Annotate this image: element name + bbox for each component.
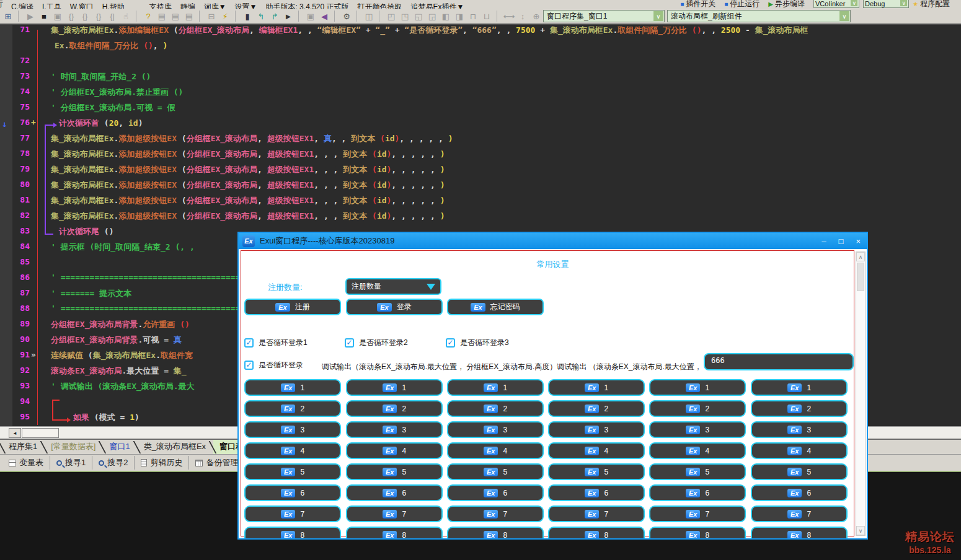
menu-select[interactable]: Debug∨: [863, 0, 909, 8]
run-to-cursor-icon[interactable]: {|: [105, 10, 119, 22]
grid-button-4[interactable]: Ex4: [346, 442, 443, 459]
align-right-icon[interactable]: ◳: [398, 10, 412, 22]
code-line[interactable]: 71集_滚动布局框Ex.添加编辑框EX (分组框EX_滚动布局, 编辑框EX1,…: [0, 25, 961, 40]
grid-button-5[interactable]: Ex5: [244, 463, 341, 480]
maximize-icon[interactable]: □: [839, 237, 844, 246]
grid-button-1[interactable]: Ex1: [751, 379, 848, 396]
grid-button-4[interactable]: Ex4: [751, 442, 848, 459]
grid-button-5[interactable]: Ex5: [548, 463, 645, 480]
menu-item[interactable]: H.帮助: [102, 2, 125, 9]
register-count-combo[interactable]: 注册数量: [345, 278, 441, 295]
grid-button-6[interactable]: Ex6: [751, 484, 848, 501]
h-scroll-thumb[interactable]: [22, 428, 59, 438]
grid-button-3[interactable]: Ex3: [447, 421, 544, 438]
grid-button-3[interactable]: Ex3: [346, 421, 443, 438]
grid-button-3[interactable]: Ex3: [649, 421, 746, 438]
code-line[interactable]: 80集_滚动布局框Ex.添加超级按钮EX (分组框EX_滚动布局, 超级按钮EX…: [0, 180, 961, 195]
grid-button-7[interactable]: Ex7: [346, 505, 443, 522]
dialog-titlebar[interactable]: Ex Exui窗口程序----核心库版本20230819 – □ ×: [239, 233, 867, 249]
code-line[interactable]: 73' 时间_取间隔_开始_2 (): [0, 71, 961, 87]
grid-button-2[interactable]: Ex2: [751, 400, 848, 417]
tab-item[interactable]: [常量数据表]: [45, 439, 102, 455]
find-icon[interactable]: ?: [141, 10, 155, 22]
grid-button-7[interactable]: Ex7: [649, 505, 746, 522]
bookmark-icon[interactable]: ▮: [241, 10, 254, 22]
align-bottom-icon[interactable]: ◲: [425, 10, 439, 22]
menu-item[interactable]: I.工具: [42, 2, 61, 9]
tool-搜寻1[interactable]: 搜寻1: [50, 456, 92, 470]
code-line[interactable]: 77集_滚动布局框Ex.添加超级按钮EX (分组框EX_滚动布局, 超级按钮EX…: [0, 133, 961, 149]
event-combo[interactable]: 滚动布局框_刷新组件∨: [667, 10, 851, 22]
loop-login-checkbox[interactable]: ✓: [244, 361, 254, 370]
grid-button-7[interactable]: Ex7: [244, 505, 341, 522]
dialog-button-登录[interactable]: Ex登录: [346, 299, 443, 315]
dialog-scrollbar[interactable]: ∧ ∨: [856, 252, 866, 536]
grid-button-2[interactable]: Ex2: [346, 400, 443, 417]
menu-action-plugin-switch[interactable]: ■插件开关: [680, 0, 715, 9]
checkbox-checked[interactable]: ✓: [244, 338, 254, 348]
grid-button-7[interactable]: Ex7: [548, 505, 645, 522]
window-layout-icon[interactable]: ◫: [362, 10, 376, 22]
grid-button-8[interactable]: Ex8: [548, 527, 645, 540]
grid-button-1[interactable]: Ex1: [447, 379, 544, 396]
grid-button-1[interactable]: Ex1: [244, 379, 341, 396]
same-size-icon[interactable]: ⊕: [529, 10, 543, 22]
grid-button-1[interactable]: Ex1: [649, 379, 746, 396]
grid-button-4[interactable]: Ex4: [649, 442, 746, 459]
step-out-icon[interactable]: {}: [92, 10, 105, 22]
center-v-icon[interactable]: ◨: [453, 10, 466, 22]
code-line[interactable]: 78集_滚动布局框Ex.添加超级按钮EX (分组框EX_滚动布局, 超级按钮EX…: [0, 149, 961, 164]
grid-button-6[interactable]: Ex6: [447, 484, 544, 501]
menu-select[interactable]: VCoIinker∨: [813, 0, 859, 8]
minimize-icon[interactable]: –: [822, 237, 826, 246]
grid-button-3[interactable]: Ex3: [751, 421, 848, 438]
settings-gear-icon[interactable]: ⚙: [340, 10, 353, 22]
grid-button-6[interactable]: Ex6: [548, 484, 645, 501]
grid-button-2[interactable]: Ex2: [447, 400, 544, 417]
stop-icon[interactable]: ■: [37, 10, 51, 22]
pause-icon[interactable]: ▣: [51, 10, 64, 22]
grid-button-8[interactable]: Ex8: [751, 527, 848, 540]
tool-备份管理[interactable]: 备份管理: [189, 456, 245, 470]
value-edit-field[interactable]: 666: [704, 353, 854, 370]
h-scroll-left-icon[interactable]: ◂: [9, 428, 21, 438]
page-gear-icon[interactable]: ▤: [182, 10, 196, 22]
menu-item[interactable]: 静编: [180, 2, 195, 9]
menu-item-clipped[interactable]: 行: [0, 0, 5, 9]
menu-item[interactable]: 追梦易Ex插件▼: [411, 2, 464, 9]
goto-icon[interactable]: ►: [281, 10, 295, 22]
close-icon[interactable]: ×: [856, 237, 861, 246]
page-build-icon[interactable]: ▤: [169, 10, 182, 22]
tool-变量表[interactable]: 变量表: [2, 456, 50, 470]
dialog-button-注册[interactable]: Ex注册: [244, 299, 341, 315]
grid-button-8[interactable]: Ex8: [244, 527, 341, 540]
grid-button-3[interactable]: Ex3: [548, 421, 645, 438]
align-top-icon[interactable]: ◱: [412, 10, 425, 22]
grid-button-3[interactable]: Ex3: [244, 421, 341, 438]
checkbox-checked[interactable]: ✓: [345, 338, 354, 348]
menu-item[interactable]: W.窗口: [70, 2, 94, 9]
grid-button-1[interactable]: Ex1: [548, 379, 645, 396]
grid-button-5[interactable]: Ex5: [751, 463, 848, 480]
code-line[interactable]: 72: [0, 56, 961, 71]
compile-icon[interactable]: ⚡: [218, 10, 232, 22]
step-over-icon[interactable]: {}: [78, 10, 92, 22]
grid-button-1[interactable]: Ex1: [346, 379, 443, 396]
tool-搜寻2[interactable]: 搜寻2: [92, 456, 135, 470]
grid-button-8[interactable]: Ex8: [346, 527, 443, 540]
code-line[interactable]: 75' 分组框EX_滚动布局.可视 = 假: [0, 102, 961, 118]
code-line[interactable]: 79集_滚动布局框Ex.添加超级按钮EX (分组框EX_滚动布局, 超级按钮EX…: [0, 164, 961, 180]
code-line[interactable]: 76+计次循环首 (20, id): [0, 118, 961, 133]
grid-button-2[interactable]: Ex2: [649, 400, 746, 417]
menu-action-stop-run[interactable]: ■停止运行: [724, 0, 760, 9]
menu-item[interactable]: 打开颜色拾取: [358, 2, 402, 9]
tool-剪辑历史[interactable]: 剪辑历史: [135, 456, 189, 470]
scroll-up-icon[interactable]: ∧: [856, 252, 865, 261]
menu-action-async-compile[interactable]: ▶异步编译: [768, 0, 805, 9]
step-into-icon[interactable]: {}: [64, 10, 78, 22]
grid-button-5[interactable]: Ex5: [346, 463, 443, 480]
grid-button-8[interactable]: Ex8: [649, 527, 746, 540]
grid-button-4[interactable]: Ex4: [244, 442, 341, 459]
checkbox-checked[interactable]: ✓: [446, 338, 455, 348]
menu-item[interactable]: 词库▼: [204, 2, 226, 9]
